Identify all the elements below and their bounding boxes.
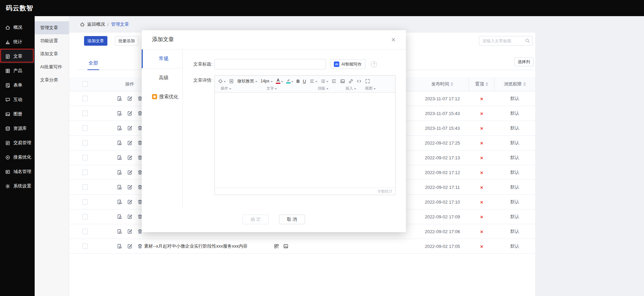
import-doc-icon[interactable] [229,79,234,84]
sidebar-item-forms[interactable]: 表单 [0,78,35,92]
modal-tab-advanced[interactable]: 高级 [142,68,183,87]
sidebar-item-trade[interactable]: 交易管理 [0,136,35,150]
sidebar-item-domain[interactable]: 域名管理 [0,164,35,179]
top-flag[interactable]: × [469,121,494,135]
edit-icon[interactable] [127,243,132,249]
add-article-button[interactable]: 添加文章 [84,36,107,46]
qrcode-icon[interactable] [274,243,279,249]
sidebar-item-settings[interactable]: 系统设置 [0,179,35,193]
search-icon[interactable] [525,38,530,43]
submenu-item-function-settings[interactable]: 功能设置 [35,34,69,47]
submenu-item-ai-batch-writing[interactable]: AI批量写作 [35,60,69,73]
row-checkbox[interactable] [82,243,88,249]
insert-code-icon[interactable] [356,79,362,84]
edit-icon[interactable] [127,125,132,131]
row-checkbox[interactable] [82,111,88,116]
editor-content-area[interactable] [215,93,395,187]
sort-icons[interactable] [450,82,453,86]
modal-tab-general[interactable]: 常规 [142,49,183,68]
ai-writing-button[interactable]: AIAI智能写作 [330,59,365,69]
row-checkbox[interactable] [82,96,88,101]
edit-icon[interactable] [127,214,132,219]
edit-icon[interactable] [127,96,132,101]
sidebar-item-overview[interactable]: 概况 [0,20,35,35]
list-button[interactable] [320,79,328,84]
editor-menu-text[interactable]: 文字 [237,86,306,91]
preview-icon[interactable] [117,155,122,160]
breadcrumb-current[interactable]: 管理文章 [111,21,129,27]
preview-icon[interactable] [117,96,122,101]
preview-icon[interactable] [117,140,122,146]
top-flag[interactable]: × [469,209,494,224]
breadcrumb-back[interactable]: 返回概况 [87,21,105,27]
cancel-button[interactable]: 取 消 [279,215,305,224]
preview-icon[interactable] [117,229,122,234]
top-flag[interactable]: × [469,136,494,150]
top-flag[interactable]: × [469,150,494,165]
batch-add-button[interactable]: 批量添加 [115,36,138,46]
insert-image-icon[interactable] [340,79,345,84]
top-flag[interactable]: × [469,165,494,180]
edit-icon[interactable] [127,199,132,205]
editor-menu-insert[interactable]: 插入 [340,86,362,91]
bold-button[interactable]: B [296,79,300,84]
header-top[interactable]: 置顶 [469,77,494,91]
row-checkbox[interactable] [82,214,88,219]
sidebar-item-products[interactable]: 产品 [0,64,35,78]
top-flag[interactable]: × [469,106,494,121]
edit-icon[interactable] [127,229,132,234]
underline-button[interactable]: U [303,79,306,84]
edit-icon[interactable] [127,170,132,175]
select-all-checkbox[interactable] [82,81,88,87]
header-publish-time[interactable]: 发布时间 [416,77,469,91]
preview-icon[interactable] [117,111,122,116]
row-checkbox[interactable] [82,125,88,131]
font-size-select[interactable]: 14px [260,79,273,83]
preview-icon[interactable] [117,170,122,175]
sidebar-item-resources[interactable]: 资源库 [0,121,35,136]
preview-icon[interactable] [117,214,122,219]
align-button[interactable] [309,79,317,84]
row-checkbox[interactable] [82,229,88,234]
top-flag[interactable]: × [469,180,494,194]
sidebar-item-interaction[interactable]: 互动 [0,92,35,107]
top-flag[interactable]: × [469,195,494,209]
row-checkbox[interactable] [82,184,88,190]
close-icon[interactable]: × [391,36,396,44]
edit-icon[interactable] [127,111,132,116]
editor-menu-operations[interactable]: 操作 [218,86,234,91]
article-title-input[interactable] [214,59,326,69]
font-color-button[interactable]: A [276,79,283,84]
preview-icon[interactable] [117,243,122,249]
preview-icon[interactable] [117,125,122,131]
confirm-button[interactable]: 确 定 [243,215,269,224]
edit-icon[interactable] [127,184,132,190]
sort-icons[interactable] [523,82,526,86]
top-flag[interactable]: × [469,224,494,239]
submenu-item-add-article[interactable]: 添加文章 [35,47,69,60]
fullscreen-icon[interactable] [365,79,370,84]
submenu-item-manage-articles[interactable]: 管理文章 [35,21,69,34]
column-picker-button[interactable]: 选择列 [514,57,534,66]
delete-icon[interactable] [137,243,143,249]
insert-link-icon[interactable] [348,79,353,84]
sidebar-item-articles[interactable]: 文章 [0,49,35,64]
top-flag[interactable]: × [469,239,494,253]
preview-icon[interactable] [117,184,122,190]
row-checkbox[interactable] [82,155,88,160]
preview-icon[interactable] [117,199,122,205]
modal-tab-seo[interactable]: 搜索优化 [142,87,183,106]
top-flag[interactable]: × [469,91,494,106]
row-checkbox[interactable] [82,140,88,146]
image-icon[interactable] [283,243,289,249]
edit-icon[interactable] [127,140,132,146]
row-checkbox[interactable] [82,170,88,175]
editor-menu-layout[interactable]: 排版 [309,86,337,91]
editor-menu-view[interactable]: 视图 [365,86,376,91]
sidebar-item-albums[interactable]: 图册 [0,107,35,121]
search-input[interactable] [479,36,532,46]
header-permission[interactable]: 浏览权限 [494,77,535,91]
indent-icon[interactable] [331,79,337,84]
font-family-select[interactable]: 微软雅黑 [237,78,257,84]
highlight-color-button[interactable] [286,79,293,83]
